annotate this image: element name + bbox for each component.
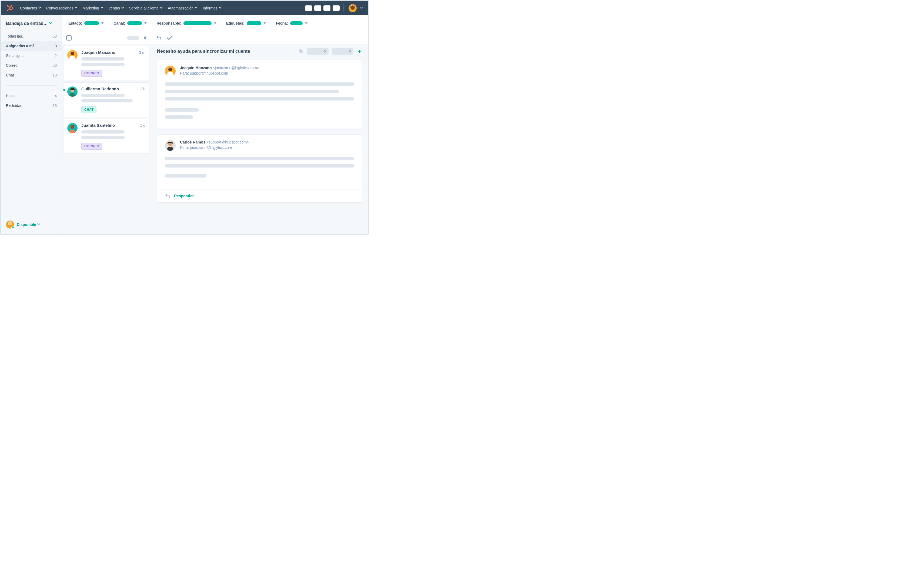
filter-bar: Estado: Canal: Responsable: Etiquetas: F… <box>62 15 368 31</box>
sidebar-item-chat[interactable]: Chat13 <box>1 70 62 80</box>
filter-value <box>127 21 142 25</box>
add-tag-button[interactable]: ＋ <box>356 49 362 54</box>
sender-email: <jmanzano@biglytics.com> <box>213 66 259 70</box>
chevron-down-icon <box>214 23 217 24</box>
inbox-selector[interactable]: Bandeja de entrad… <box>1 15 62 30</box>
svg-point-4 <box>7 10 8 11</box>
conversation-time: 3 m <box>139 50 145 54</box>
reply-label[interactable]: Responder <box>174 194 194 198</box>
message-body <box>165 82 354 119</box>
svg-rect-9 <box>70 93 75 97</box>
close-icon[interactable]: ✕ <box>324 49 327 54</box>
thread-header: Necesito ayuda para sincronizar mi cuent… <box>151 44 368 57</box>
hubspot-logo-icon[interactable] <box>6 4 13 12</box>
filter-label: Canal: <box>113 21 125 25</box>
filter-canal[interactable]: Canal: <box>113 21 147 25</box>
sidebar-item-count: 3 <box>54 44 57 48</box>
list-toolbar <box>62 31 151 44</box>
nav-action-2[interactable] <box>314 5 321 11</box>
filter-estado[interactable]: Estado: <box>68 21 104 25</box>
status-selector[interactable]: Disponible <box>17 222 41 227</box>
filter-value <box>247 21 261 25</box>
nav-action-4[interactable] <box>333 5 340 11</box>
filter-label: Estado: <box>68 21 82 25</box>
sender-info: Carlos Ramos <support@hubspot.com> Para:… <box>180 140 249 151</box>
preview-line <box>81 63 125 66</box>
sidebar-item-label: Correo <box>6 63 18 67</box>
nav-label: Automatización <box>168 6 194 10</box>
nav-label: Informes <box>203 6 217 10</box>
nav-servicio[interactable]: Servicio al cliente <box>129 6 163 10</box>
conversation-card[interactable]: Guillermo Redondo2 h CHAT <box>63 82 149 117</box>
nav-label: Marketing <box>82 6 99 10</box>
sidebar: Bandeja de entrad… Todas las…63 Asignada… <box>1 15 62 234</box>
thread-body[interactable]: Necesito ayuda para sincronizar mi cuent… <box>151 44 368 234</box>
profile-avatar[interactable] <box>348 4 356 12</box>
sender-avatar <box>165 140 176 151</box>
filter-etiquetas[interactable]: Etiquetas: <box>226 21 266 25</box>
filter-fecha[interactable]: Fecha: <box>276 21 307 25</box>
sidebar-item-excluidas[interactable]: Excluidas15 <box>1 101 62 110</box>
sidebar-item-todas[interactable]: Todas las…63 <box>1 31 62 41</box>
mark-done-button[interactable] <box>166 34 172 41</box>
reply-button[interactable] <box>156 35 162 41</box>
chevron-down-icon[interactable] <box>360 7 363 10</box>
tag-chip[interactable]: ✕ <box>307 48 328 54</box>
chevron-down-icon <box>144 38 146 40</box>
reply-bar[interactable]: Responder <box>157 189 362 203</box>
sidebar-item-label: Bots <box>6 94 13 98</box>
close-icon[interactable]: ✕ <box>348 49 352 54</box>
main-panel: Estado: Canal: Responsable: Etiquetas: F… <box>62 15 368 234</box>
chevron-up-icon <box>144 36 146 38</box>
sort-label <box>127 36 140 40</box>
conversation-time: 1 d <box>140 123 145 128</box>
conversation-card[interactable]: Juanita Santelmo1 d CORREO <box>63 119 149 154</box>
svg-rect-11 <box>70 130 75 133</box>
availability-status[interactable]: Disponible <box>1 216 62 234</box>
thread-toolbar <box>151 31 368 44</box>
sidebar-item-correo[interactable]: Correo50 <box>1 61 62 70</box>
status-label: Disponible <box>17 222 36 227</box>
recipient-line: Para: jmanzano@biglytics.com <box>180 145 249 150</box>
nav-marketing[interactable]: Marketing <box>82 6 103 10</box>
nav-menu: Contactos Conversaciones Marketing Venta… <box>20 6 305 10</box>
conversation-card[interactable]: Joaquín Manzano3 m CORREO <box>63 46 149 81</box>
sidebar-item-bots[interactable]: Bots4 <box>1 91 62 101</box>
nav-automatizacion[interactable]: Automatización <box>168 6 198 10</box>
message-header: Joaquín Manzano <jmanzano@biglytics.com>… <box>165 66 354 77</box>
chevron-down-icon <box>305 23 307 24</box>
conversation-summary: Guillermo Redondo2 h CHAT <box>81 87 145 113</box>
nav-informes[interactable]: Informes <box>203 6 222 10</box>
nav-contactos[interactable]: Contactos <box>20 6 41 10</box>
sidebar-item-sin-asignar[interactable]: Sin asignar2 <box>1 51 62 61</box>
filter-label: Responsable: <box>156 21 181 25</box>
sidebar-item-label: Excluidas <box>6 103 22 108</box>
nav-action-1[interactable] <box>305 5 312 11</box>
contact-avatar <box>67 87 77 97</box>
user-avatar <box>6 220 14 228</box>
conversation-list[interactable]: Joaquín Manzano3 m CORREO <box>62 44 151 234</box>
svg-point-6 <box>71 52 74 56</box>
nav-label: Servicio al cliente <box>129 6 159 10</box>
tag-icon[interactable] <box>298 49 304 54</box>
message-card: Carlos Ramos <support@hubspot.com> Para:… <box>157 134 362 189</box>
nav-action-3[interactable] <box>324 5 330 11</box>
chevron-down-icon <box>160 7 163 10</box>
chevron-down-icon <box>195 7 198 10</box>
svg-point-5 <box>10 5 11 6</box>
select-all-checkbox[interactable] <box>66 35 72 41</box>
sidebar-item-asignadas[interactable]: Asignadas a mí3 <box>1 41 62 51</box>
nav-ventas[interactable]: Ventas <box>108 6 124 10</box>
app-body: Bandeja de entrad… Todas las…63 Asignada… <box>1 15 368 234</box>
filter-responsable[interactable]: Responsable: <box>156 21 217 25</box>
nav-conversaciones[interactable]: Conversaciones <box>46 6 77 10</box>
body-line <box>165 97 354 100</box>
sidebar-item-count: 13 <box>53 73 57 77</box>
body-line <box>165 157 354 160</box>
tag-chip[interactable]: ✕ <box>332 48 353 54</box>
sort-stepper[interactable] <box>144 36 146 40</box>
preview-line <box>81 57 125 61</box>
channel-badge: CHAT <box>81 106 97 113</box>
svg-point-12 <box>168 67 172 71</box>
sender-info: Joaquín Manzano <jmanzano@biglytics.com>… <box>180 66 259 77</box>
